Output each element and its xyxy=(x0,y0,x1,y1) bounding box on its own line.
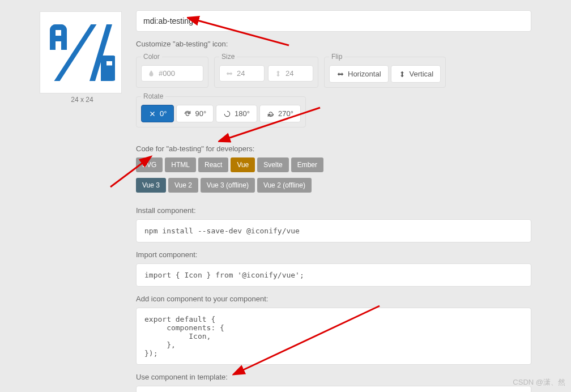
tab-ember[interactable]: Ember xyxy=(291,157,323,172)
tab-svg[interactable]: SVG xyxy=(136,157,163,172)
rotate-90-button[interactable]: 90° xyxy=(176,105,214,122)
customize-label: Customize "ab-testing" icon: xyxy=(136,40,531,48)
install-label: Install component: xyxy=(136,206,531,215)
flip-horizontal-icon xyxy=(336,70,344,78)
height-input[interactable]: 24 xyxy=(268,65,313,82)
flip-legend: Flip xyxy=(329,53,344,61)
tab-vue-2-offline-[interactable]: Vue 2 (offline) xyxy=(257,178,312,193)
import-label: Import component: xyxy=(136,250,531,259)
rotate-0-button[interactable]: 0° xyxy=(141,105,174,122)
use-label: Use component in template: xyxy=(136,373,531,381)
tab-svelte[interactable]: Svelte xyxy=(257,157,288,172)
color-fieldset: Color #000 xyxy=(136,53,208,88)
use-code[interactable]: <Icon icon="mdi:ab-testing" /> xyxy=(136,386,531,392)
flip-vertical-icon xyxy=(398,70,406,78)
code-label: Code for "ab-testing" for developers: xyxy=(136,144,531,153)
rotate-icon xyxy=(267,110,275,118)
tab-vue-3[interactable]: Vue 3 xyxy=(136,178,166,193)
flip-fieldset: Flip Horizontal Vertical xyxy=(324,53,446,88)
watermark: CSDN @潇、然 xyxy=(513,377,565,387)
tab-react[interactable]: React xyxy=(198,157,228,172)
color-legend: Color xyxy=(141,53,162,61)
rotate-icon xyxy=(184,110,191,118)
icon-dimensions: 24 x 24 xyxy=(40,96,125,104)
rotate-270-button[interactable]: 270° xyxy=(259,105,301,122)
size-fieldset: Size 24 24 xyxy=(214,53,318,88)
tab-vue-2[interactable]: Vue 2 xyxy=(168,178,198,193)
tab-vue-3-offline-[interactable]: Vue 3 (offline) xyxy=(201,178,255,193)
tab-vue[interactable]: Vue xyxy=(231,157,255,172)
install-code[interactable]: npm install --save-dev @iconify/vue xyxy=(136,219,531,242)
icon-name-input[interactable] xyxy=(136,10,531,32)
ab-testing-icon xyxy=(47,19,115,87)
add-code[interactable]: export default { components: { Icon, }, … xyxy=(136,308,531,365)
import-code[interactable]: import { Icon } from '@iconify/vue'; xyxy=(136,263,531,287)
rotate-icon xyxy=(148,110,156,118)
width-input[interactable]: 24 xyxy=(219,65,265,82)
droplet-icon xyxy=(147,70,155,78)
icon-preview xyxy=(40,11,122,93)
rotate-icon xyxy=(223,110,231,118)
rotate-180-button[interactable]: 180° xyxy=(216,105,257,122)
rotate-legend: Rotate xyxy=(141,92,165,100)
rotate-fieldset: Rotate 0°90°180°270° xyxy=(136,92,306,127)
flip-horizontal-button[interactable]: Horizontal xyxy=(329,65,389,83)
size-legend: Size xyxy=(219,53,237,61)
arrows-horizontal-icon xyxy=(225,70,233,78)
flip-vertical-button[interactable]: Vertical xyxy=(391,65,441,83)
add-label: Add icon component to your component: xyxy=(136,295,531,303)
tab-html[interactable]: HTML xyxy=(165,157,196,172)
color-input[interactable]: #000 xyxy=(141,65,203,82)
arrows-vertical-icon xyxy=(274,70,282,78)
